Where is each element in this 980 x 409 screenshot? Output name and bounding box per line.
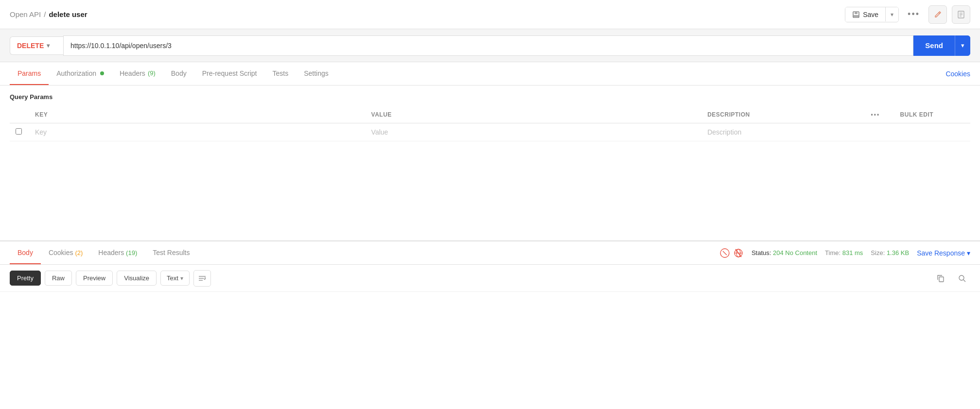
save-button[interactable]: Save <box>845 7 885 22</box>
status-value: 204 No Content <box>773 249 817 256</box>
search-button[interactable] <box>954 270 970 287</box>
tab-body[interactable]: Body <box>163 63 194 85</box>
wrap-icon <box>198 274 207 283</box>
response-time: Time: 831 ms <box>825 249 863 256</box>
save-response-button[interactable]: Save Response ▾ <box>917 249 970 257</box>
format-bar-left: Pretty Raw Preview Visualize Text ▾ <box>10 270 211 287</box>
save-dropdown-button[interactable]: ▾ <box>885 7 898 21</box>
request-params-panel: Query Params KEY VALUE DESCRIPTION ••• B… <box>0 85 980 241</box>
top-bar-actions: Save ▾ ••• <box>845 5 970 24</box>
documentation-button[interactable] <box>952 5 970 24</box>
copy-button[interactable] <box>932 270 949 287</box>
svg-line-18 <box>963 280 965 282</box>
edit-icon <box>933 10 942 19</box>
response-headers-count-badge: (19) <box>126 249 137 256</box>
method-chevron-icon: ▾ <box>47 42 50 49</box>
wrap-button[interactable] <box>193 270 211 287</box>
format-bar: Pretty Raw Preview Visualize Text ▾ <box>0 265 980 292</box>
th-description: DESCRIPTION <box>701 106 865 123</box>
params-table-header: KEY VALUE DESCRIPTION ••• Bulk Edit <box>10 106 970 123</box>
save-response-chevron-icon: ▾ <box>967 249 970 257</box>
th-key: KEY <box>29 106 366 123</box>
params-table: KEY VALUE DESCRIPTION ••• Bulk Edit <box>10 106 970 141</box>
response-tab-body[interactable]: Body <box>10 242 41 264</box>
tab-params[interactable]: Params <box>10 63 49 85</box>
send-button-group: Send ▾ <box>913 35 970 56</box>
tab-tests[interactable]: Tests <box>265 63 297 85</box>
warning-icon <box>719 248 730 258</box>
th-bulk-edit[interactable]: Bulk Edit <box>894 106 970 123</box>
top-bar: Open API / delete user Save ▾ ••• <box>0 0 980 29</box>
response-meta: Status: 204 No Content Time: 831 ms Size… <box>719 248 970 258</box>
method-select[interactable]: DELETE ▾ <box>10 36 63 55</box>
cookies-count-badge: (2) <box>75 249 83 256</box>
response-warning <box>719 248 744 258</box>
svg-rect-16 <box>939 277 944 282</box>
preview-button[interactable]: Preview <box>76 271 113 286</box>
visualize-button[interactable]: Visualize <box>117 271 157 286</box>
doc-icon <box>957 10 965 19</box>
raw-button[interactable]: Raw <box>45 271 72 286</box>
response-tab-cookies[interactable]: Cookies (2) <box>41 242 90 264</box>
response-panel: Body Cookies (2) Headers (19) Test Resul… <box>0 241 980 292</box>
send-dropdown-button[interactable]: ▾ <box>955 35 970 56</box>
row-checkbox-cell <box>10 123 29 141</box>
response-status: Status: 204 No Content <box>752 249 817 256</box>
size-value: 1.36 KB <box>887 249 909 256</box>
tab-prerequest[interactable]: Pre-request Script <box>194 63 265 85</box>
th-actions: ••• <box>865 106 894 123</box>
row-desc-cell <box>701 123 865 141</box>
globe-slash-icon <box>733 248 744 258</box>
save-button-group: Save ▾ <box>845 7 899 22</box>
key-input[interactable] <box>35 128 360 136</box>
tabs-bar: Params Authorization Headers (9) Body Pr… <box>0 62 980 85</box>
copy-icon <box>936 274 945 283</box>
query-params-title: Query Params <box>10 93 970 101</box>
row-value-cell <box>366 123 702 141</box>
row-bulk-cell <box>894 123 970 141</box>
cookies-link[interactable]: Cookies <box>945 63 970 85</box>
row-actions-cell <box>865 123 894 141</box>
save-icon <box>852 11 860 18</box>
tab-headers[interactable]: Headers (9) <box>112 63 163 85</box>
svg-rect-1 <box>855 12 858 14</box>
table-row <box>10 123 970 141</box>
method-label: DELETE <box>17 42 44 50</box>
response-tabs-bar: Body Cookies (2) Headers (19) Test Resul… <box>0 241 980 265</box>
headers-count-badge: (9) <box>148 69 156 77</box>
response-tab-test-results[interactable]: Test Results <box>145 242 197 264</box>
row-key-cell <box>29 123 366 141</box>
tabs-left: Params Authorization Headers (9) Body Pr… <box>10 63 336 85</box>
breadcrumb-sep: / <box>44 10 46 18</box>
response-tabs-left: Body Cookies (2) Headers (19) Test Resul… <box>10 242 197 264</box>
th-checkbox <box>10 106 29 123</box>
breadcrumb-current: delete user <box>49 10 87 18</box>
svg-line-8 <box>723 251 727 255</box>
edit-button[interactable] <box>928 5 947 24</box>
time-value: 831 ms <box>842 249 863 256</box>
search-icon <box>958 274 966 283</box>
value-input[interactable] <box>371 128 696 136</box>
row-checkbox[interactable] <box>16 128 22 135</box>
text-format-select[interactable]: Text ▾ <box>160 271 190 286</box>
send-chevron-icon: ▾ <box>961 42 964 49</box>
send-button[interactable]: Send <box>913 35 955 56</box>
text-format-chevron-icon: ▾ <box>180 275 183 282</box>
breadcrumb: Open API / delete user <box>10 10 88 18</box>
more-options-button[interactable]: ••• <box>904 7 924 21</box>
svg-point-17 <box>959 275 964 280</box>
url-input[interactable] <box>63 35 913 56</box>
breadcrumb-link[interactable]: Open API <box>10 10 41 18</box>
response-tab-headers[interactable]: Headers (19) <box>90 242 145 264</box>
desc-input[interactable] <box>707 128 859 136</box>
tab-authorization[interactable]: Authorization <box>49 63 112 85</box>
auth-active-dot <box>100 71 104 75</box>
svg-rect-2 <box>854 15 858 17</box>
chevron-down-icon: ▾ <box>891 11 893 18</box>
tab-settings[interactable]: Settings <box>296 63 336 85</box>
format-bar-right <box>932 270 970 287</box>
pretty-button[interactable]: Pretty <box>10 271 41 286</box>
more-params-icon[interactable]: ••• <box>871 111 880 118</box>
response-size: Size: 1.36 KB <box>871 249 909 256</box>
url-bar: DELETE ▾ Send ▾ <box>0 29 980 62</box>
